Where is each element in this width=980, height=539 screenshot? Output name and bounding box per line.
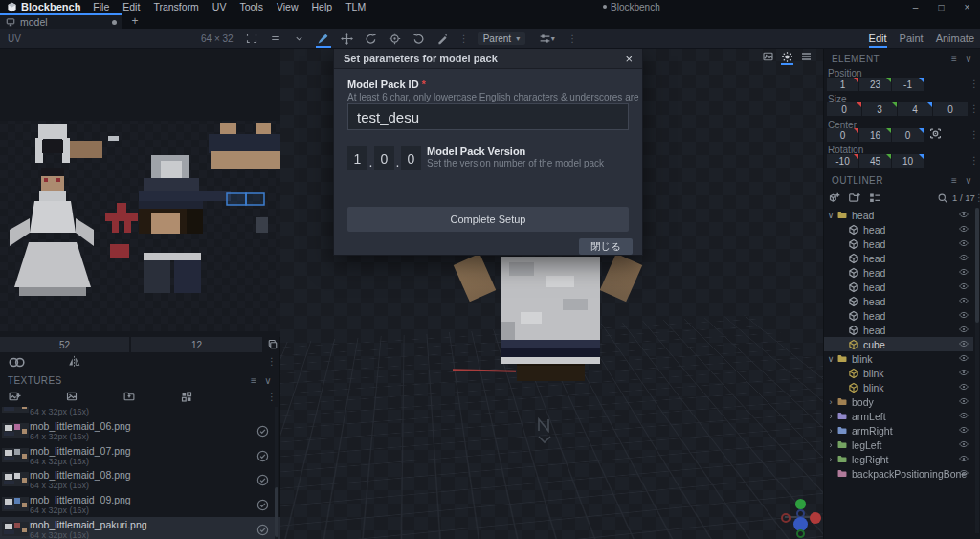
create-texture-button[interactable]	[65, 391, 78, 402]
element-center-field[interactable]: 16	[859, 128, 891, 142]
copy-uv-button[interactable]	[264, 337, 280, 352]
visibility-eye-icon[interactable]	[958, 224, 969, 234]
tab-model[interactable]: model	[0, 13, 122, 29]
texture-item[interactable]: mob_littlemaid_08.png 64 x 32px (16x)	[0, 467, 280, 492]
viewport-background-button[interactable]	[761, 50, 775, 63]
version-part-input[interactable]: 0	[374, 146, 394, 170]
texture-item[interactable]: mob_littlemaid_pakuri.png 64 x 32px (16x…	[0, 517, 280, 539]
outliner-row-head[interactable]: head	[824, 308, 973, 323]
element-position-field[interactable]: -1	[892, 78, 924, 91]
outliner-drag-icon[interactable]: ≡	[951, 175, 957, 186]
mode-tab-paint[interactable]: Paint	[900, 29, 924, 48]
element-position-field[interactable]: 23	[859, 78, 891, 91]
outliner-row-armLeft[interactable]: › armLeft	[824, 409, 973, 423]
check-circle-icon[interactable]	[256, 499, 269, 511]
chain-link-icon[interactable]	[8, 355, 27, 370]
outliner-row-blink[interactable]: blink	[824, 366, 973, 380]
element-rotation-field[interactable]: 45	[859, 154, 891, 168]
visibility-eye-icon[interactable]	[958, 396, 969, 406]
visibility-eye-icon[interactable]	[958, 267, 969, 277]
viewport-lighting-button[interactable]	[780, 50, 794, 63]
import-texture-button[interactable]	[8, 391, 21, 403]
frame-button[interactable]	[244, 30, 259, 47]
visibility-eye-icon[interactable]	[958, 253, 969, 262]
uv-slider-right[interactable]: 12	[131, 337, 262, 352]
element-size-field[interactable]: 0	[827, 102, 861, 116]
visibility-eye-icon[interactable]	[958, 310, 969, 320]
outliner-menu-icon[interactable]: ⋮	[974, 192, 980, 203]
outliner-row-head[interactable]: head	[824, 236, 973, 251]
element-size-field[interactable]: 0	[933, 102, 968, 116]
line-tool-button[interactable]	[435, 30, 451, 47]
textures-menu-icon[interactable]: ⋮	[267, 392, 277, 402]
menu-tools[interactable]: Tools	[233, 1, 270, 12]
outliner-row-head[interactable]: head	[824, 222, 973, 236]
menu-transform[interactable]: Transform	[146, 1, 205, 12]
outliner-row-backpackPositioningBone[interactable]: backpackPositioningBone	[824, 466, 973, 481]
model-body[interactable]	[501, 257, 600, 364]
mode-tab-animate[interactable]: Animate	[936, 29, 974, 48]
outliner-row-head[interactable]: head	[824, 323, 973, 337]
row-menu-icon[interactable]: ⋮	[969, 129, 979, 140]
tree-chevron-icon[interactable]: ›	[826, 397, 835, 407]
element-rotation-field[interactable]: -10	[827, 154, 858, 168]
menu-view[interactable]: View	[270, 1, 305, 12]
texture-item[interactable]: mob_littlemaid_06.png 64 x 32px (16x)	[0, 418, 280, 443]
visibility-eye-icon[interactable]	[958, 454, 969, 463]
outliner-row-blink[interactable]: blink	[824, 380, 973, 394]
visibility-eye-icon[interactable]	[958, 296, 969, 305]
outliner-row-legRight[interactable]: › legRight	[824, 452, 973, 466]
new-tab-button[interactable]: +	[127, 13, 143, 29]
model-pack-id-input[interactable]: test_desu	[347, 103, 629, 130]
texture-grid-button[interactable]	[180, 391, 193, 403]
visibility-eye-icon[interactable]	[958, 238, 969, 248]
version-part-input[interactable]: 0	[401, 146, 421, 170]
element-center-field[interactable]: 0	[827, 128, 858, 142]
row-menu-icon[interactable]: ⋮	[969, 79, 979, 89]
visibility-eye-icon[interactable]	[958, 281, 969, 291]
search-icon[interactable]	[937, 192, 948, 204]
model-arm-right[interactable]	[600, 254, 642, 303]
textures-drag-icon[interactable]: ≡	[251, 375, 256, 386]
outliner-row-head[interactable]: ∨ head	[824, 208, 973, 222]
outliner-row-blink[interactable]: ∨ blink	[824, 351, 973, 366]
row-menu-icon[interactable]: ⋮	[969, 103, 979, 114]
element-collapse-icon[interactable]: ∨	[965, 54, 972, 64]
tree-chevron-icon[interactable]: ›	[826, 426, 835, 436]
mirror-icon[interactable]	[67, 355, 81, 369]
visibility-eye-icon[interactable]	[958, 468, 969, 478]
outliner-collapse-icon[interactable]: ∨	[965, 175, 972, 186]
element-position-field[interactable]: 1	[827, 78, 858, 91]
open-folder-button[interactable]	[122, 391, 136, 402]
outliner-row-head[interactable]: head	[824, 294, 973, 308]
pivot-target-icon[interactable]	[929, 127, 942, 140]
uv-slider-left[interactable]: 52	[0, 337, 129, 352]
check-circle-icon[interactable]	[256, 450, 269, 462]
model-feet[interactable]	[517, 364, 585, 381]
visibility-eye-icon[interactable]	[958, 325, 969, 334]
pivot-tool-button[interactable]	[388, 30, 403, 47]
move-tool-button[interactable]	[340, 30, 355, 47]
viewport-menu-button[interactable]	[799, 50, 813, 63]
outliner-row-head[interactable]: head	[824, 265, 973, 280]
texture-item[interactable]: mob_littlemaid_07.png 64 x 32px (16x)	[0, 443, 280, 468]
close-dialog-button[interactable]: 閉じる	[579, 238, 633, 255]
menu-file[interactable]: File	[86, 1, 116, 12]
paint-brush-button[interactable]	[316, 30, 331, 47]
complete-setup-button[interactable]: Complete Setup	[347, 207, 629, 232]
mode-tab-edit[interactable]: Edit	[869, 29, 887, 48]
swap-rotate-button[interactable]	[412, 30, 427, 47]
check-circle-icon[interactable]	[256, 474, 269, 486]
uv-row-menu-icon[interactable]: ⋮	[267, 356, 277, 367]
element-size-field[interactable]: 3	[862, 102, 897, 116]
textures-collapse-icon[interactable]: ∨	[264, 375, 272, 386]
visibility-eye-icon[interactable]	[958, 411, 969, 420]
element-drag-icon[interactable]: ≡	[951, 54, 957, 64]
menu-edit[interactable]: Edit	[116, 1, 146, 12]
tree-chevron-icon[interactable]: ∨	[826, 354, 835, 364]
outliner-row-armRight[interactable]: › armRight	[824, 423, 973, 438]
visibility-eye-icon[interactable]	[958, 210, 969, 219]
menu-help[interactable]: Help	[305, 1, 340, 12]
uv-editor-canvas[interactable]	[0, 48, 280, 337]
check-circle-icon[interactable]	[256, 425, 269, 438]
